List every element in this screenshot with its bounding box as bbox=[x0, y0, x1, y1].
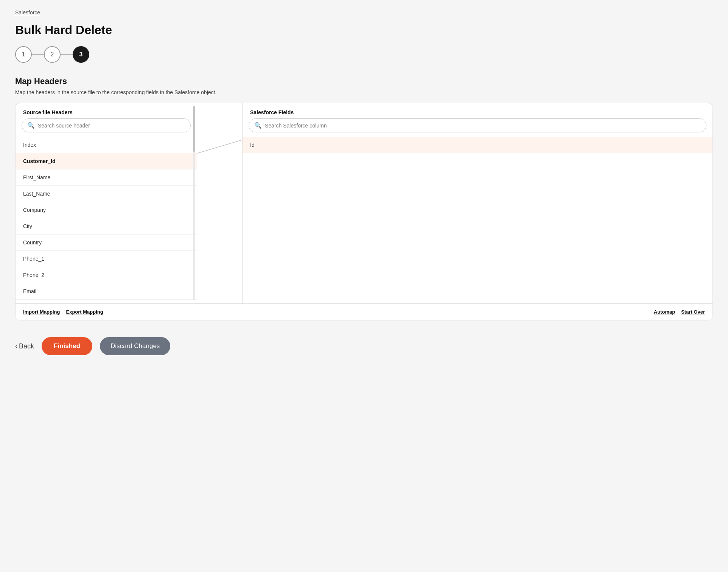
mapping-container: Source file Headers 🔍 Index Customer_Id … bbox=[15, 103, 713, 320]
export-mapping-link[interactable]: Export Mapping bbox=[66, 309, 103, 315]
list-item[interactable]: Index bbox=[16, 137, 197, 153]
section-description: Map the headers in the source file to th… bbox=[15, 89, 713, 95]
connector-svg bbox=[197, 103, 242, 303]
scrollbar-thumb[interactable] bbox=[193, 106, 195, 152]
source-search-box: 🔍 bbox=[16, 118, 197, 137]
salesforce-search-box: 🔍 bbox=[243, 118, 712, 137]
panels-wrapper: Source file Headers 🔍 Index Customer_Id … bbox=[16, 103, 712, 303]
stepper: 1 2 3 bbox=[15, 46, 713, 63]
footer-right: Automap Start Over bbox=[654, 309, 705, 315]
page-title: Bulk Hard Delete bbox=[15, 23, 713, 37]
list-item[interactable]: Phone_1 bbox=[16, 251, 197, 267]
salesforce-list: Id bbox=[243, 137, 712, 153]
list-item-selected[interactable]: Customer_Id bbox=[16, 153, 197, 169]
list-item[interactable]: Last_Name bbox=[16, 186, 197, 202]
automap-link[interactable]: Automap bbox=[654, 309, 675, 315]
list-item[interactable]: Country bbox=[16, 235, 197, 251]
section-title: Map Headers bbox=[15, 76, 713, 86]
start-over-link[interactable]: Start Over bbox=[681, 309, 705, 315]
salesforce-search-input[interactable] bbox=[265, 123, 701, 129]
step-connector-2 bbox=[61, 54, 73, 55]
salesforce-panel: Salesforce Fields 🔍 Id bbox=[243, 103, 712, 303]
list-item[interactable]: First_Name bbox=[16, 169, 197, 186]
svg-line-0 bbox=[197, 140, 242, 154]
mapping-footer: Import Mapping Export Mapping Automap St… bbox=[16, 303, 712, 320]
step-1[interactable]: 1 bbox=[15, 46, 32, 63]
scrollbar-track[interactable] bbox=[193, 106, 195, 300]
list-item[interactable]: City bbox=[16, 218, 197, 235]
breadcrumb[interactable]: Salesforce bbox=[15, 9, 40, 16]
back-chevron-icon: ‹ bbox=[15, 342, 17, 350]
list-item[interactable]: Phone_2 bbox=[16, 267, 197, 283]
action-buttons: ‹ Back Finished Discard Changes bbox=[15, 334, 713, 355]
step-connector-1 bbox=[32, 54, 44, 55]
import-mapping-link[interactable]: Import Mapping bbox=[23, 309, 60, 315]
page-container: Salesforce Bulk Hard Delete 1 2 3 Map He… bbox=[0, 0, 728, 572]
list-item[interactable]: Subscription_Date bbox=[16, 300, 197, 303]
step-3[interactable]: 3 bbox=[73, 46, 89, 63]
list-item[interactable]: Email bbox=[16, 283, 197, 300]
connector-area bbox=[197, 103, 243, 303]
back-button[interactable]: ‹ Back bbox=[15, 342, 34, 350]
salesforce-panel-header: Salesforce Fields bbox=[243, 103, 712, 118]
source-list: Index Customer_Id First_Name Last_Name C… bbox=[16, 137, 197, 303]
footer-left: Import Mapping Export Mapping bbox=[23, 309, 103, 315]
source-panel-header: Source file Headers bbox=[16, 103, 197, 118]
discard-button[interactable]: Discard Changes bbox=[100, 337, 170, 355]
salesforce-item-id[interactable]: Id bbox=[243, 137, 712, 153]
step-2[interactable]: 2 bbox=[44, 46, 61, 63]
search-icon: 🔍 bbox=[27, 122, 35, 129]
source-panel: Source file Headers 🔍 Index Customer_Id … bbox=[16, 103, 197, 303]
finished-button[interactable]: Finished bbox=[42, 337, 92, 355]
search-icon-sf: 🔍 bbox=[254, 122, 262, 129]
source-search-input[interactable] bbox=[38, 123, 185, 129]
list-item[interactable]: Company bbox=[16, 202, 197, 218]
